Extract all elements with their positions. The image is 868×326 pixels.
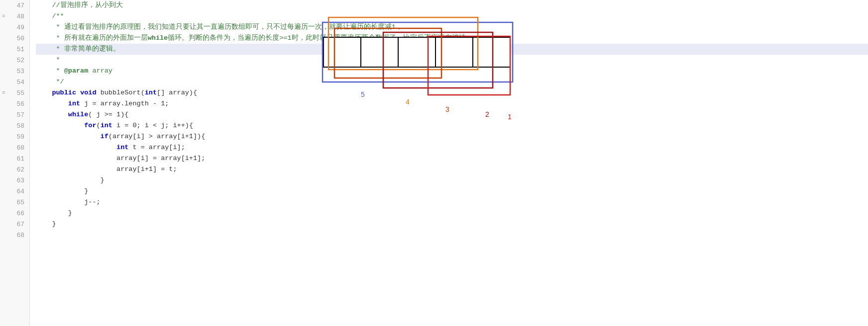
line-number-50: 50 [0,33,29,44]
line-number-60: 60 [0,142,29,153]
code-line-68 [36,230,868,241]
line-number-67: 67 [0,219,29,230]
editor: 4748495051525354555657585960616263646566… [0,0,868,326]
line-number-48: 48 [0,11,29,22]
line-number-54: 54 [0,77,29,87]
line-number-51: 51 [0,44,29,55]
line-number-65: 65 [0,197,29,208]
line-number-61: 61 [0,153,29,164]
code-line-63: } [36,175,868,186]
svg-text:3: 3 [445,105,449,113]
svg-text:4: 4 [406,98,410,106]
svg-text:2: 2 [485,110,489,118]
line-number-47: 47 [0,0,29,11]
line-number-63: 63 [0,175,29,186]
svg-text:1: 1 [508,113,512,121]
line-number-64: 64 [0,186,29,197]
line-number-59: 59 [0,131,29,142]
line-number-68: 68 [0,230,29,241]
line-number-56: 56 [0,98,29,109]
svg-text:5: 5 [361,90,365,98]
line-number-52: 52 [0,55,29,66]
code-line-62: array[i+1] = t; [36,164,868,175]
bubble-sort-diagram: 5 4 3 2 1 [314,5,562,164]
code-line-65: j--; [36,197,868,208]
line-number-58: 58 [0,120,29,131]
line-number-55: 55 [0,87,29,98]
code-line-64: } [36,186,868,197]
line-number-53: 53 [0,66,29,77]
code-line-67: } [36,219,868,230]
line-number-57: 57 [0,109,29,120]
code-line-66: } [36,208,868,219]
line-number-62: 62 [0,164,29,175]
line-number-49: 49 [0,22,29,33]
svg-rect-1 [361,37,398,67]
line-number-66: 66 [0,208,29,219]
code-area: //冒泡排序，从小到大 /** * 通过看冒泡排序的原理图，我们知道只要让其一直… [30,0,868,326]
svg-rect-2 [398,37,435,67]
line-numbers: 4748495051525354555657585960616263646566… [0,0,30,326]
